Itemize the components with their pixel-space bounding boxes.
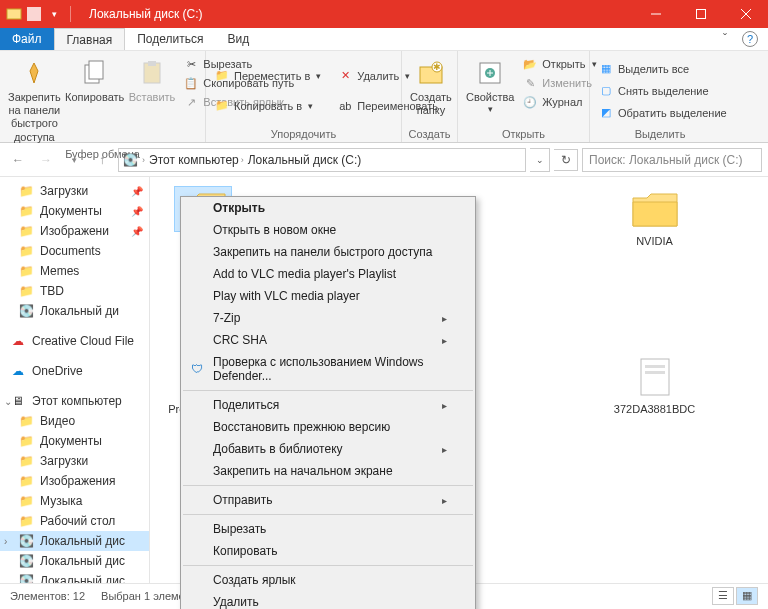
pin-quickaccess-button[interactable]: Закрепить на панели быстрого доступа	[6, 55, 63, 146]
explorer-icon	[6, 6, 22, 22]
collapse-ribbon-icon[interactable]: ˇ	[716, 30, 734, 48]
folder-icon: 📁	[18, 183, 34, 199]
refresh-button[interactable]: ↻	[554, 149, 578, 171]
sidebar-item-videos[interactable]: 📁Видео	[0, 411, 149, 431]
breadcrumb[interactable]: 💽 › Этот компьютер› Локальный диск (C:)	[118, 148, 526, 172]
folder-icon: 📁	[18, 433, 34, 449]
open-icon: 📂	[522, 56, 538, 72]
open-button[interactable]: 📂Открыть▾	[520, 55, 598, 73]
sidebar-item-downloads[interactable]: 📁Загрузки📌	[0, 181, 149, 201]
sidebar-item-localdisk[interactable]: 💽Локальный ди	[0, 301, 149, 321]
ctx-pin-quickaccess[interactable]: Закрепить на панели быстрого доступа	[181, 241, 475, 263]
folder-name: 372DA3881BDC	[614, 403, 695, 416]
ctx-cut[interactable]: Вырезать	[181, 518, 475, 540]
ctx-sendto[interactable]: Отправить▸	[181, 489, 475, 511]
ctx-pin-start[interactable]: Закрепить на начальном экране	[181, 460, 475, 482]
tab-file[interactable]: Файл	[0, 28, 54, 50]
pc-icon: 🖥	[10, 393, 26, 409]
maximize-button[interactable]	[678, 0, 723, 28]
ctx-crcsha[interactable]: CRC SHA▸	[181, 329, 475, 351]
sidebar-item-docs[interactable]: 📁Документы	[0, 431, 149, 451]
ribbon-tabs: Файл Главная Поделиться Вид ˇ ?	[0, 28, 768, 51]
up-button[interactable]: ↑	[90, 148, 114, 172]
ctx-copy[interactable]: Копировать	[181, 540, 475, 562]
sidebar-thispc[interactable]: ⌄🖥Этот компьютер	[0, 391, 149, 411]
shield-icon: 🛡	[189, 361, 205, 377]
sidebar-item-music[interactable]: 📁Музыка	[0, 491, 149, 511]
sidebar-item-dl[interactable]: 📁Загрузки	[0, 451, 149, 471]
paste-button[interactable]: Вставить	[127, 55, 178, 146]
ctx-open[interactable]: Открыть	[181, 197, 475, 219]
ctx-restore[interactable]: Восстановить прежнюю версию	[181, 416, 475, 438]
breadcrumb-drive: Локальный диск (C:)	[248, 153, 362, 167]
sidebar-item-drive-e[interactable]: 💽Локальный дис	[0, 571, 149, 583]
back-button[interactable]: ←	[6, 148, 30, 172]
ctx-open-new[interactable]: Открыть в новом окне	[181, 219, 475, 241]
copy-label: Копировать	[65, 91, 124, 104]
svg-rect-17	[645, 371, 665, 374]
drive-icon: 💽	[18, 533, 34, 549]
copy-button[interactable]: Копировать	[67, 55, 123, 146]
titlebar: ▾ Локальный диск (C:)	[0, 0, 768, 28]
sidebar-item-memes[interactable]: 📁Memes	[0, 261, 149, 281]
recent-dropdown[interactable]: ▾	[62, 148, 86, 172]
ctx-vlc-play[interactable]: Play with VLC media player	[181, 285, 475, 307]
sidebar-item-drive-d[interactable]: 💽Локальный дис	[0, 551, 149, 571]
sidebar-item-documents2[interactable]: 📁Documents	[0, 241, 149, 261]
sidebar-item-documents[interactable]: 📁Документы📌	[0, 201, 149, 221]
chevron-down-icon[interactable]: ⌄	[4, 396, 12, 407]
delete-icon: ✕	[337, 68, 353, 84]
selectnone-icon: ▢	[598, 83, 614, 99]
chevron-right-icon: ▸	[442, 400, 447, 411]
file-icon	[627, 355, 683, 399]
sidebar-item-tbd[interactable]: 📁TBD	[0, 281, 149, 301]
sidebar-onedrive[interactable]: ☁OneDrive	[0, 361, 149, 381]
ctx-share[interactable]: Поделиться▸	[181, 394, 475, 416]
properties-button[interactable]: Свойства ▾	[464, 55, 516, 126]
sidebar-creative-cloud[interactable]: ☁Creative Cloud File	[0, 331, 149, 351]
forward-button[interactable]: →	[34, 148, 58, 172]
chevron-right-icon[interactable]: ›	[4, 536, 7, 547]
selectall-button[interactable]: ▦Выделить все	[596, 60, 729, 78]
help-icon[interactable]: ?	[742, 31, 758, 47]
svg-rect-1	[27, 7, 41, 21]
ctx-delete[interactable]: Удалить	[181, 591, 475, 609]
selectnone-button[interactable]: ▢Снять выделение	[596, 82, 729, 100]
chevron-right-icon: ▸	[442, 495, 447, 506]
edit-button[interactable]: ✎Изменить	[520, 74, 598, 92]
view-icons-button[interactable]: ▦	[736, 587, 758, 605]
minimize-button[interactable]	[633, 0, 678, 28]
sidebar-item-desktop[interactable]: 📁Рабочий стол	[0, 511, 149, 531]
view-details-button[interactable]: ☰	[712, 587, 734, 605]
tab-view[interactable]: Вид	[215, 28, 261, 50]
sidebar-item-img[interactable]: 📁Изображения	[0, 471, 149, 491]
sidebar-item-drive-c[interactable]: ›💽Локальный дис	[0, 531, 149, 551]
ctx-defender[interactable]: 🛡Проверка с использованием Windows Defen…	[181, 351, 475, 387]
tab-home[interactable]: Главная	[54, 28, 126, 50]
ctx-vlc-add[interactable]: Add to VLC media player's Playlist	[181, 263, 475, 285]
ctx-7zip[interactable]: 7-Zip▸	[181, 307, 475, 329]
paste-label: Вставить	[129, 91, 176, 104]
copyto-button[interactable]: 📁Копировать в▾	[212, 97, 323, 115]
svg-rect-3	[696, 10, 705, 19]
ctx-shortcut[interactable]: Создать ярлык	[181, 569, 475, 591]
edit-icon: ✎	[522, 75, 538, 91]
moveto-button[interactable]: 📁Переместить в▾	[212, 67, 323, 85]
tab-share[interactable]: Поделиться	[125, 28, 215, 50]
ctx-add-library[interactable]: Добавить в библиотеку▸	[181, 438, 475, 460]
select-group-label: Выделить	[596, 126, 724, 140]
chevron-right-icon: ▸	[442, 335, 447, 346]
qat-dropdown-icon[interactable]: ▾	[46, 6, 62, 22]
qat-save-icon[interactable]	[26, 6, 42, 22]
search-input[interactable]: Поиск: Локальный диск (C:)	[582, 148, 762, 172]
folder-item[interactable]: NVIDIA	[612, 187, 697, 248]
history-button[interactable]: 🕘Журнал	[520, 93, 598, 111]
cloud-icon: ☁	[10, 333, 26, 349]
close-button[interactable]	[723, 0, 768, 28]
newfolder-button[interactable]: ✱ Создать папку	[408, 55, 454, 126]
folder-item[interactable]: 372DA3881BDC	[612, 355, 697, 429]
drive-icon: 💽	[18, 553, 34, 569]
invertselection-button[interactable]: ◩Обратить выделение	[596, 104, 729, 122]
sidebar-item-pictures[interactable]: 📁Изображени📌	[0, 221, 149, 241]
address-dropdown[interactable]: ⌄	[530, 148, 550, 172]
